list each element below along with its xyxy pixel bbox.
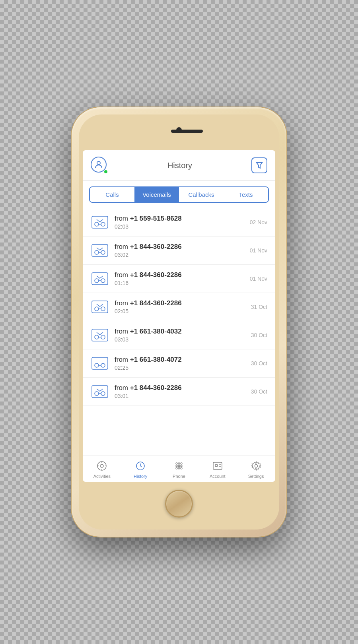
tab-callbacks[interactable]: Callbacks (179, 187, 224, 202)
list-item[interactable]: from +1 844-360-2286 01:16 01 Nov (83, 265, 275, 293)
account-icon (212, 461, 223, 473)
svg-point-20 (101, 335, 105, 339)
voicemail-info: from +1 844-360-2286 01:16 (115, 271, 244, 286)
svg-point-19 (95, 335, 99, 339)
voicemail-from: from +1 844-360-2286 (115, 271, 244, 279)
list-item[interactable]: from +1 844-360-2286 03:01 30 Oct (83, 378, 275, 406)
voicemail-from: from +1 559-515-8628 (115, 215, 244, 223)
voicemail-number: +1 844-360-2286 (130, 384, 182, 392)
svg-point-16 (101, 307, 105, 311)
svg-rect-10 (92, 273, 108, 285)
voicemail-icon (91, 328, 109, 342)
voicemail-duration: 03:03 (115, 336, 245, 343)
screen-wrapper: History Calls Voicemails Callbacks Texts (83, 150, 275, 482)
voicemail-info: from +1 844-360-2286 03:01 (115, 384, 245, 399)
nav-label-phone: Phone (173, 474, 185, 479)
svg-marker-1 (257, 163, 262, 168)
voicemail-date: 01 Nov (250, 275, 267, 282)
app-header: History (83, 150, 275, 181)
voicemail-from: from +1 661-380-4072 (115, 356, 245, 364)
svg-point-41 (181, 465, 182, 467)
svg-point-11 (95, 279, 99, 283)
svg-rect-22 (92, 357, 108, 369)
voicemail-duration: 03:02 (115, 252, 244, 258)
voicemail-duration: 02:03 (115, 223, 244, 230)
voicemail-duration: 02:25 (115, 365, 245, 371)
svg-point-49 (255, 465, 257, 467)
tab-voicemails[interactable]: Voicemails (134, 187, 179, 202)
voicemail-icon (91, 272, 109, 286)
voicemail-icon (91, 356, 109, 370)
svg-point-30 (97, 462, 106, 470)
voicemail-info: from +1 559-515-8628 02:03 (115, 215, 244, 230)
voicemail-from: from +1 844-360-2286 (115, 299, 245, 307)
voicemail-date: 02 Nov (250, 219, 267, 225)
voicemail-duration: 03:01 (115, 393, 245, 399)
voicemail-icon (91, 300, 109, 314)
voicemail-info: from +1 661-380-4032 03:03 (115, 328, 245, 343)
svg-point-46 (215, 464, 218, 467)
svg-point-3 (95, 222, 99, 226)
earpiece-speaker (171, 130, 203, 133)
tab-calls[interactable]: Calls (90, 187, 134, 202)
nav-item-history[interactable]: History (121, 459, 160, 480)
svg-point-28 (101, 392, 105, 396)
app-screen: History Calls Voicemails Callbacks Texts (83, 150, 275, 482)
voicemail-icon (91, 384, 109, 399)
voicemail-from: from +1 661-380-4032 (115, 328, 245, 336)
voicemail-number: +1 844-360-2286 (130, 243, 182, 250)
nav-item-phone[interactable]: Phone (160, 459, 198, 480)
voicemail-info: from +1 844-360-2286 02:05 (115, 299, 245, 314)
page-title: History (167, 161, 192, 170)
nav-label-settings: Settings (248, 474, 264, 479)
svg-point-43 (178, 467, 180, 469)
voicemail-info: from +1 844-360-2286 03:02 (115, 243, 244, 258)
list-item[interactable]: from +1 844-360-2286 03:02 01 Nov (83, 237, 275, 265)
voicemail-date: 01 Nov (250, 247, 267, 254)
svg-point-44 (181, 467, 182, 469)
svg-point-27 (95, 392, 99, 396)
tab-texts[interactable]: Texts (224, 187, 268, 202)
phone-top-bezel (83, 118, 275, 150)
voicemail-date: 30 Oct (251, 388, 267, 395)
voicemail-date: 31 Oct (251, 304, 267, 310)
voicemail-list: from +1 559-515-8628 02:03 02 Nov (83, 208, 275, 456)
activities-icon (97, 461, 107, 473)
phone-icon (174, 461, 184, 473)
svg-point-37 (178, 463, 180, 464)
phone-device: History Calls Voicemails Callbacks Texts (72, 107, 286, 537)
list-item[interactable]: from +1 661-380-4032 03:03 30 Oct (83, 321, 275, 349)
list-item[interactable]: from +1 559-515-8628 02:03 02 Nov (83, 208, 275, 237)
nav-item-settings[interactable]: Settings (237, 459, 275, 480)
online-status-dot (103, 169, 108, 174)
voicemail-number: +1 844-360-2286 (130, 271, 182, 279)
nav-label-account: Account (210, 474, 226, 479)
svg-point-24 (101, 363, 105, 367)
nav-label-history: History (134, 474, 147, 479)
voicemail-icon (91, 243, 109, 258)
avatar-container[interactable] (91, 157, 108, 174)
filter-button[interactable] (251, 157, 267, 173)
list-item[interactable]: from +1 661-380-4072 02:25 30 Oct (83, 349, 275, 378)
svg-point-39 (176, 465, 177, 467)
phone-inner: History Calls Voicemails Callbacks Texts (79, 114, 279, 530)
voicemail-duration: 01:16 (115, 280, 244, 286)
svg-point-7 (95, 250, 99, 254)
svg-rect-6 (92, 244, 108, 256)
voicemail-number: +1 661-380-4032 (130, 328, 182, 335)
svg-point-23 (95, 363, 99, 367)
svg-point-4 (101, 222, 105, 226)
nav-item-account[interactable]: Account (198, 459, 237, 480)
voicemail-from: from +1 844-360-2286 (115, 384, 245, 392)
svg-rect-14 (92, 301, 108, 313)
voicemail-duration: 02:05 (115, 308, 245, 314)
nav-label-activities: Activities (93, 474, 111, 479)
svg-rect-2 (92, 216, 108, 228)
phone-bottom-bezel (83, 482, 275, 526)
nav-item-activities[interactable]: Activities (83, 459, 121, 480)
history-icon (135, 461, 146, 473)
voicemail-info: from +1 661-380-4072 02:25 (115, 356, 245, 371)
list-item[interactable]: from +1 844-360-2286 02:05 31 Oct (83, 293, 275, 321)
voicemail-icon (91, 215, 109, 229)
home-button[interactable] (165, 490, 193, 518)
